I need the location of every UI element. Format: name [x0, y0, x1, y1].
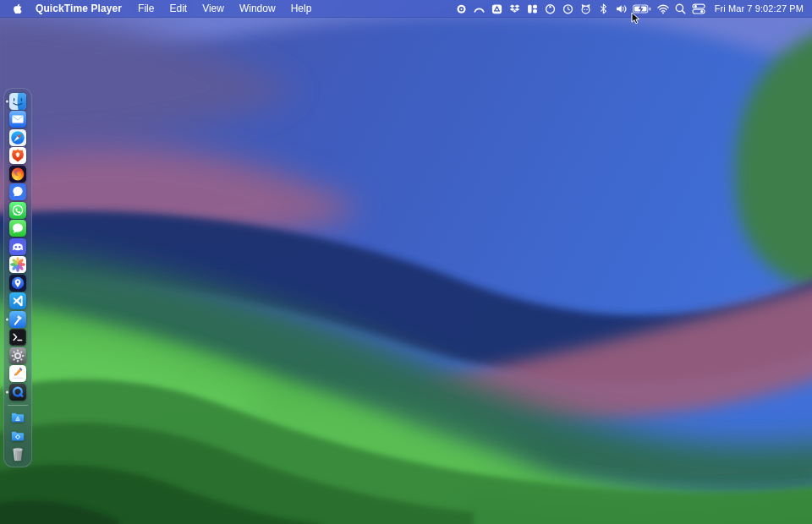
bluetooth-icon[interactable]: [596, 2, 612, 15]
dock-item-quicktime-player[interactable]: [4, 383, 31, 401]
arc-icon[interactable]: [472, 2, 487, 15]
terminal-icon: [9, 329, 26, 346]
photos-icon: [9, 256, 26, 273]
menu-view[interactable]: View: [195, 3, 232, 14]
battery-icon[interactable]: [632, 2, 653, 15]
whatsapp-icon: [9, 202, 26, 219]
dock-item-maps[interactable]: [4, 274, 31, 292]
dock-item-xcode[interactable]: [4, 310, 31, 329]
dock-item-terminal[interactable]: [4, 329, 31, 347]
vscode-icon: [9, 292, 26, 309]
search-glyph: [674, 3, 687, 15]
apple-menu[interactable]: [12, 3, 24, 15]
dropbox-glyph: [508, 3, 521, 15]
xcode-icon: [9, 311, 26, 328]
dock-item-vscode[interactable]: [4, 292, 31, 311]
running-indicator: [6, 100, 8, 102]
menu-edit[interactable]: Edit: [162, 3, 195, 14]
timer-icon[interactable]: [543, 2, 558, 15]
dock-item-brave[interactable]: [4, 147, 31, 166]
running-indicator: [6, 390, 8, 393]
discord-icon: [9, 238, 26, 255]
desktop[interactable]: [0, 0, 812, 524]
desktop-wallpaper: [0, 0, 812, 524]
dock-item-whatsapp[interactable]: [4, 201, 31, 220]
clock-glyph: [562, 3, 574, 15]
dock-item-messages[interactable]: [4, 220, 31, 238]
wifi-icon[interactable]: [656, 2, 671, 15]
dock-item-safari[interactable]: [4, 128, 31, 147]
apple-logo-icon: [12, 3, 23, 15]
menu-help[interactable]: Help: [283, 3, 320, 14]
window-manager-icon[interactable]: [525, 2, 540, 15]
battery-glyph: [632, 3, 652, 15]
applications-folder-icon: [9, 409, 26, 426]
dock-item-discord[interactable]: [4, 237, 31, 256]
safari-icon: [9, 129, 26, 146]
record-dot-icon[interactable]: [454, 2, 469, 15]
menu-file[interactable]: File: [130, 3, 162, 14]
dock-item-signal[interactable]: [4, 183, 31, 202]
dock-item-finder[interactable]: [4, 92, 31, 111]
dock: [3, 88, 32, 467]
arc-glyph: [473, 3, 486, 15]
volume-glyph: [615, 3, 628, 15]
control-center-icon[interactable]: [691, 2, 706, 15]
dock-item-pages[interactable]: [4, 365, 31, 384]
dock-item-firefox[interactable]: [4, 165, 31, 183]
wifi-glyph: [656, 3, 670, 15]
screen-capture-icon[interactable]: [490, 2, 505, 15]
signal-icon: [9, 183, 26, 200]
timer-glyph: [544, 3, 557, 15]
spotlight-search-icon[interactable]: [673, 2, 689, 15]
cat-icon[interactable]: [579, 2, 594, 15]
menu-window[interactable]: Window: [232, 3, 283, 14]
mail-icon: [9, 111, 26, 128]
dock-divider: [8, 405, 28, 406]
control-center-glyph: [692, 3, 705, 15]
record-dot-glyph: [455, 3, 468, 15]
menu-bar: QuickTime Player File Edit View Window H…: [0, 0, 812, 18]
quicktime-icon: [9, 384, 26, 401]
finder-icon: [9, 93, 26, 110]
utilities-folder-icon: [9, 428, 26, 445]
window-manager-glyph: [526, 3, 539, 15]
dock-item-trash[interactable]: [4, 445, 31, 464]
trash-icon: [9, 445, 26, 462]
dock-item-applications-folder[interactable]: [4, 409, 31, 428]
messages-icon: [9, 220, 26, 237]
screen-capture-glyph: [491, 3, 503, 15]
menu-bar-left: QuickTime Player File Edit View Window H…: [8, 3, 319, 15]
dock-item-system-settings[interactable]: [4, 347, 31, 365]
dock-item-utilities-folder[interactable]: [4, 427, 31, 445]
dropbox-icon[interactable]: [508, 2, 523, 15]
clock-icon[interactable]: [561, 2, 576, 15]
menu-bar-status-area: Fri Mar 7 9:02:27 PM: [454, 2, 804, 15]
cat-glyph: [579, 3, 592, 15]
firefox-icon: [9, 166, 26, 183]
running-indicator: [6, 318, 8, 320]
pages-icon: [9, 365, 26, 382]
system-settings-icon: [9, 347, 26, 364]
maps-pin-icon: [9, 275, 26, 292]
menubar-clock[interactable]: Fri Mar 7 9:02:27 PM: [715, 3, 804, 14]
brave-icon: [9, 147, 26, 164]
active-app-name[interactable]: QuickTime Player: [36, 3, 122, 14]
volume-icon[interactable]: [614, 2, 629, 15]
dock-item-mail[interactable]: [4, 111, 31, 129]
dock-item-photos[interactable]: [4, 256, 31, 275]
bluetooth-glyph: [598, 3, 609, 15]
